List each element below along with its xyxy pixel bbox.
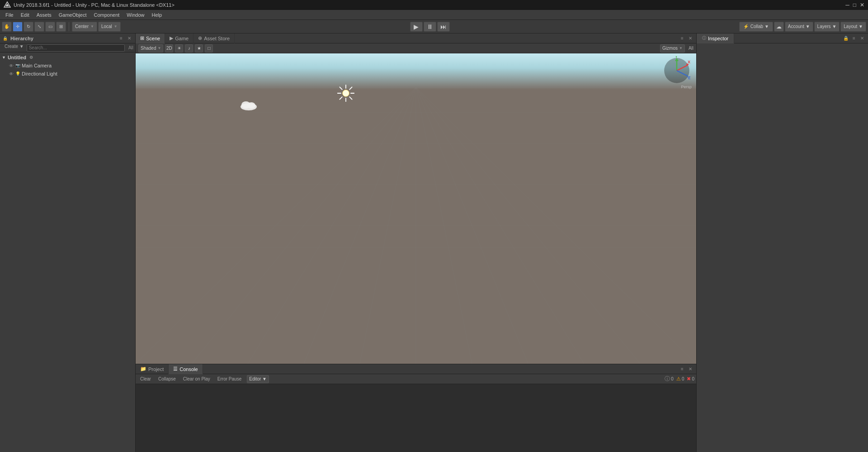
svg-line-13	[416, 87, 696, 364]
pivot-mode-dropdown[interactable]: Center ▼	[72, 22, 97, 32]
gizmos-arrow: ▼	[679, 46, 683, 50]
collapse-button[interactable]: Collapse	[156, 375, 179, 383]
2d-toggle-button[interactable]: 2D	[165, 44, 173, 52]
svg-line-26	[340, 97, 342, 99]
directional-light-gizmo	[337, 84, 355, 102]
menu-gameobject[interactable]: GameObject	[55, 11, 90, 19]
toolbar-separator-1	[69, 22, 69, 31]
bottom-panel-close-icon[interactable]: ✕	[687, 366, 693, 372]
scene-tab-menu-icon[interactable]: ≡	[679, 35, 685, 42]
svg-line-24	[349, 97, 352, 99]
console-tab-icon: ☰	[173, 366, 178, 372]
clear-button[interactable]: Clear	[137, 375, 154, 383]
warning-counter[interactable]: ⚠ 0	[676, 376, 684, 382]
menu-window[interactable]: Window	[123, 11, 148, 19]
menu-component[interactable]: Component	[90, 11, 123, 19]
scene-tab-label: Scene	[146, 36, 160, 41]
scene-name: Untitled	[8, 55, 26, 60]
light-icon: 💡	[15, 71, 20, 76]
center-and-bottom: ⊞ Scene ▶ Game ⊕ Asset Store ≡ ✕	[136, 33, 696, 452]
console-toolbar: Clear Collapse Clear on Play Error Pause…	[136, 374, 696, 384]
menu-help[interactable]: Help	[148, 11, 165, 19]
layers-dropdown[interactable]: Layers ▼	[814, 22, 840, 32]
hierarchy-title: Hierarchy	[10, 36, 33, 41]
hierarchy-scene-root[interactable]: ▼ Untitled ⚙	[0, 53, 135, 62]
collab-label: Collab ▼	[750, 24, 769, 29]
rect-tool-button[interactable]: ▭	[45, 22, 55, 32]
hierarchy-menu-icon[interactable]: ≡	[118, 35, 124, 42]
hierarchy-close-icon[interactable]: ✕	[126, 35, 132, 42]
play-controls: ▶ ⏸ ⏭	[410, 22, 450, 32]
svg-text:Y: Y	[675, 56, 678, 59]
transform-tool-button[interactable]: ⊞	[56, 22, 66, 32]
error-counter[interactable]: ✖ 0	[687, 376, 694, 382]
camera-icon: 📷	[15, 63, 20, 68]
pivot-space-label: Local	[101, 24, 112, 29]
perspective-gizmo[interactable]: Y X Z Persp	[662, 56, 692, 86]
title-bar: Unity 2018.3.6f1 - Untitled - Unity - PC…	[0, 0, 868, 10]
tab-project[interactable]: 📁 Project	[136, 364, 169, 374]
scene-grid	[136, 53, 696, 364]
menu-bar: File Edit Assets GameObject Component Wi…	[0, 10, 868, 20]
editor-dropdown[interactable]: Editor ▼	[247, 375, 269, 383]
minimize-button[interactable]: ─	[845, 2, 849, 8]
game-tab-icon: ▶	[170, 35, 173, 41]
account-dropdown[interactable]: Account ▼	[785, 22, 813, 32]
scene-hidden-toggle[interactable]: □	[205, 44, 213, 52]
sun-icon	[337, 83, 355, 103]
inspector-lock-icon[interactable]: 🔒	[843, 35, 849, 42]
scene-toolbar: Shaded ▼ 2D ☀ ♪ ★ □ Gizmos ▼ All	[136, 43, 696, 53]
close-button[interactable]: ✕	[860, 2, 864, 8]
pause-button[interactable]: ⏸	[424, 22, 436, 32]
info-icon: ⓘ	[665, 375, 670, 383]
info-count: 0	[671, 376, 674, 381]
gizmos-dropdown[interactable]: Gizmos ▼	[660, 44, 685, 52]
tab-game[interactable]: ▶ Game	[165, 33, 193, 43]
error-pause-button[interactable]: Error Pause	[215, 375, 244, 383]
layout-dropdown[interactable]: Layout ▼	[840, 22, 866, 32]
tab-inspector[interactable]: ⓘ Inspector	[697, 33, 734, 43]
collab-dropdown[interactable]: ⚡ Collab ▼	[739, 22, 773, 32]
tab-asset-store[interactable]: ⊕ Asset Store	[193, 33, 235, 43]
hierarchy-all-filter[interactable]: All	[128, 45, 133, 50]
inspector-menu-icon[interactable]: ≡	[851, 35, 857, 42]
scene-light-toggle[interactable]: ☀	[175, 44, 183, 52]
pivot-space-dropdown[interactable]: Local ▼	[98, 22, 121, 32]
scene-fx-toggle[interactable]: ★	[195, 44, 203, 52]
shading-mode-dropdown[interactable]: Shaded ▼	[138, 44, 163, 52]
svg-line-12	[416, 87, 640, 364]
collab-icon: ⚡	[743, 24, 749, 29]
tab-scene[interactable]: ⊞ Scene	[136, 33, 165, 43]
hierarchy-search-input[interactable]	[27, 44, 125, 52]
hierarchy-lock-icon: 🔒	[3, 36, 8, 41]
bottom-panel-menu-icon[interactable]: ≡	[679, 366, 685, 372]
hierarchy-main-camera-label: Main Camera	[22, 63, 52, 68]
rotate-tool-button[interactable]: ↻	[24, 22, 33, 32]
scene-viewport[interactable]: Y X Z Persp	[136, 53, 696, 364]
clear-on-play-button[interactable]: Clear on Play	[180, 375, 213, 383]
project-tab-label: Project	[148, 366, 164, 372]
hierarchy-item-directional-light[interactable]: 👁 💡 Directional Light	[0, 70, 135, 78]
svg-line-6	[304, 87, 416, 364]
shading-dropdown-arrow: ▼	[157, 46, 161, 50]
tab-console[interactable]: ☰ Console	[169, 364, 203, 374]
cloud-icon	[240, 99, 258, 111]
menu-edit[interactable]: Edit	[17, 11, 33, 19]
scale-tool-button[interactable]: ⤡	[34, 22, 44, 32]
hand-tool-button[interactable]: ✋	[2, 22, 12, 32]
cloud-button[interactable]: ☁	[774, 22, 784, 32]
hierarchy-item-main-camera[interactable]: 👁 📷 Main Camera	[0, 62, 135, 70]
maximize-button[interactable]: □	[853, 2, 856, 8]
create-dropdown[interactable]: Create ▼	[2, 44, 27, 52]
menu-file[interactable]: File	[2, 11, 17, 19]
inspector-close-icon[interactable]: ✕	[859, 35, 865, 42]
pivot-space-arrow: ▼	[114, 24, 118, 29]
scene-audio-toggle[interactable]: ♪	[185, 44, 193, 52]
menu-assets[interactable]: Assets	[33, 11, 55, 19]
scene-tab-close-icon[interactable]: ✕	[687, 35, 693, 42]
step-button[interactable]: ⏭	[437, 22, 450, 32]
info-counter[interactable]: ⓘ 0	[665, 375, 674, 383]
move-tool-button[interactable]: ✛	[13, 22, 23, 32]
hierarchy-header: 🔒 Hierarchy ≡ ✕	[0, 33, 135, 43]
play-button[interactable]: ▶	[410, 22, 423, 32]
